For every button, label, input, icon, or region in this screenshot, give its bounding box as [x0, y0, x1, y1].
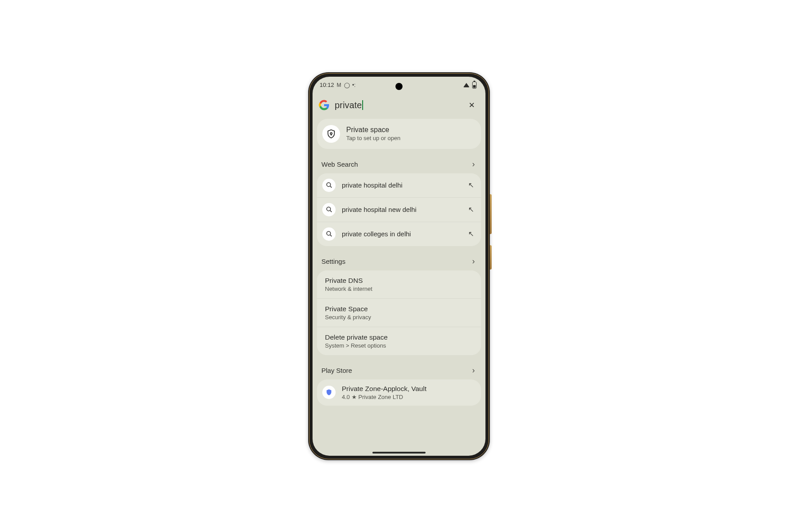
settings-item-delete-private-space[interactable]: Delete private space System > Reset opti… [317, 327, 481, 355]
app-icon [322, 386, 336, 399]
screen: 10:12 M ◯ •: private [313, 77, 485, 456]
search-icon [322, 203, 336, 216]
phone-frame: 10:12 M ◯ •: private [308, 72, 490, 460]
chevron-right-icon: › [472, 366, 475, 375]
settings-item-title: Private DNS [325, 277, 473, 285]
wifi-icon [463, 83, 469, 87]
app-rating: 4.0 [342, 394, 350, 400]
svg-point-3 [326, 231, 330, 235]
settings-item-private-space[interactable]: Private Space Security & privacy [317, 298, 481, 327]
settings-item-title: Delete private space [325, 333, 473, 341]
search-icon [322, 227, 336, 241]
star-icon: ★ [352, 394, 357, 400]
suggestion-text: private hospital delhi [342, 181, 461, 189]
app-title: Private Zone-Applock, Vault [342, 385, 426, 393]
web-suggestion[interactable]: private hospital delhi ↖ [317, 173, 481, 197]
search-input[interactable]: private [335, 100, 461, 110]
gesture-nav-pill[interactable] [372, 452, 426, 454]
settings-item-subtitle: System > Reset options [325, 342, 473, 349]
settings-item-subtitle: Security & privacy [325, 314, 473, 321]
volume-button[interactable] [490, 194, 492, 234]
search-bar: private ✕ [313, 94, 485, 119]
battery-icon [472, 82, 477, 89]
search-query-text: private [335, 100, 362, 110]
web-suggestion-list: private hospital delhi ↖ private hospita… [317, 173, 481, 246]
power-button[interactable] [490, 245, 492, 270]
suggestion-text: private hospital new delhi [342, 206, 461, 213]
feature-subtitle: Tap to set up or open [346, 135, 400, 141]
status-time: 10:12 [320, 82, 334, 88]
web-search-label: Web Search [321, 160, 358, 168]
gmail-icon: M [337, 82, 341, 88]
web-suggestion[interactable]: private colleges in delhi ↖ [317, 222, 481, 246]
svg-point-2 [326, 207, 330, 211]
settings-item-private-dns[interactable]: Private DNS Network & internet [317, 270, 481, 298]
chevron-right-icon: › [472, 160, 475, 169]
clear-search-icon[interactable]: ✕ [466, 98, 477, 113]
play-store-label: Play Store [321, 367, 352, 374]
web-suggestion[interactable]: private hospital new delhi ↖ [317, 197, 481, 222]
insert-arrow-icon[interactable]: ↖ [467, 228, 475, 240]
private-space-icon [322, 125, 340, 143]
settings-list: Private DNS Network & internet Private S… [317, 270, 481, 355]
feature-title: Private space [346, 126, 400, 134]
settings-item-subtitle: Network & internet [325, 286, 473, 292]
svg-point-1 [326, 183, 330, 187]
play-store-result[interactable]: Private Zone-Applock, Vault 4.0 ★ Privat… [317, 379, 481, 406]
settings-label: Settings [321, 258, 345, 265]
settings-header[interactable]: Settings › [317, 254, 481, 270]
opera-icon: ◯ [344, 82, 350, 88]
more-status-icon: •: [352, 82, 356, 88]
front-camera [395, 83, 403, 90]
text-cursor [362, 100, 363, 110]
search-icon [322, 179, 336, 192]
web-search-header[interactable]: Web Search › [317, 157, 481, 173]
play-store-header[interactable]: Play Store › [317, 363, 481, 379]
google-logo-icon [319, 100, 329, 110]
suggestion-text: private colleges in delhi [342, 230, 461, 238]
chevron-right-icon: › [472, 257, 475, 266]
svg-point-0 [330, 133, 332, 134]
private-space-card[interactable]: Private space Tap to set up or open [317, 119, 481, 149]
insert-arrow-icon[interactable]: ↖ [467, 179, 475, 191]
settings-item-title: Private Space [325, 305, 473, 313]
app-developer: Private Zone LTD [358, 394, 403, 400]
insert-arrow-icon[interactable]: ↖ [467, 203, 475, 215]
